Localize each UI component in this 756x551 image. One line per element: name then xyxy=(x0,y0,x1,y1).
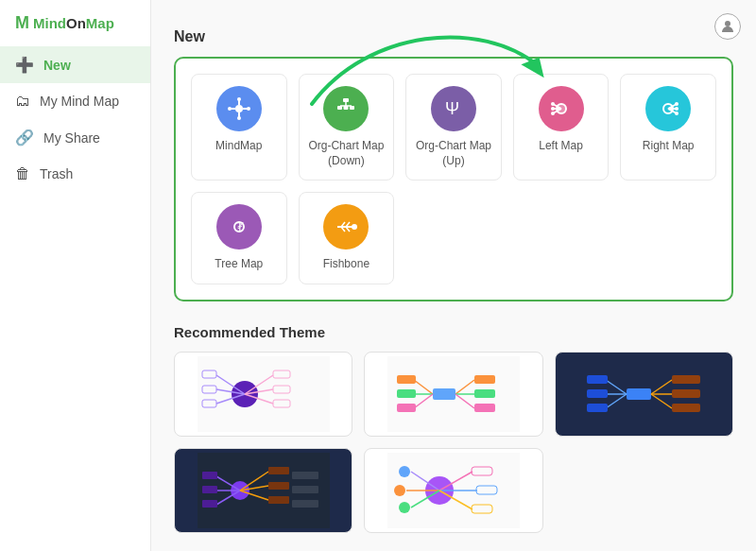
svg-rect-96 xyxy=(268,496,289,504)
sidebar-item-my-mind-map[interactable]: 🗂 My Mind Map xyxy=(0,83,150,119)
theme-item-3[interactable] xyxy=(555,352,733,437)
logo-icon: M xyxy=(15,13,29,33)
svg-rect-62 xyxy=(397,404,416,412)
theme-item-4[interactable] xyxy=(174,448,352,533)
theme-preview-3 xyxy=(577,356,710,432)
svg-rect-90 xyxy=(202,500,217,508)
new-grid-box: MindMap Org-Chart Map (Down) xyxy=(174,57,733,301)
sidebar-item-my-share-label: My Share xyxy=(43,130,100,146)
svg-rect-82 xyxy=(672,404,700,412)
theme-preview-2 xyxy=(387,356,520,432)
svg-rect-99 xyxy=(292,500,318,508)
svg-rect-60 xyxy=(397,389,416,398)
svg-point-32 xyxy=(675,112,679,115)
svg-rect-76 xyxy=(587,404,608,412)
org-down-label: Org-Chart Map (Down) xyxy=(307,139,387,168)
org-up-icon: Ψ xyxy=(431,86,476,131)
tree-map-label: Tree Map xyxy=(215,257,263,272)
svg-rect-64 xyxy=(474,375,495,384)
svg-point-105 xyxy=(399,466,410,477)
user-avatar[interactable] xyxy=(714,13,741,40)
rec-theme-grid xyxy=(174,352,733,533)
svg-point-23 xyxy=(551,102,555,106)
svg-point-2 xyxy=(235,105,243,112)
svg-rect-86 xyxy=(202,472,217,479)
plus-icon: ➕ xyxy=(15,56,34,74)
svg-point-0 xyxy=(725,21,730,26)
svg-rect-66 xyxy=(474,389,495,398)
svg-point-8 xyxy=(237,116,241,120)
fishbone-icon xyxy=(323,204,369,250)
svg-rect-58 xyxy=(397,375,416,384)
map-item-fishbone[interactable]: Fishbone xyxy=(299,192,395,284)
org-down-icon xyxy=(323,86,369,131)
svg-rect-72 xyxy=(587,375,608,384)
svg-rect-92 xyxy=(268,467,289,474)
svg-rect-56 xyxy=(433,388,455,400)
svg-rect-78 xyxy=(672,375,700,384)
map-item-right-map[interactable]: Right Map xyxy=(620,74,716,181)
svg-point-9 xyxy=(228,107,232,111)
svg-rect-70 xyxy=(627,388,651,400)
logo: M MindOnMap xyxy=(0,0,150,43)
svg-point-40 xyxy=(352,224,357,230)
map-grid-row2: ₮ Tree Map xyxy=(191,192,716,284)
theme-item-5[interactable] xyxy=(364,448,542,533)
svg-rect-11 xyxy=(343,98,349,102)
right-map-label: Right Map xyxy=(643,139,695,154)
new-section: New xyxy=(174,28,733,533)
svg-text:₮: ₮ xyxy=(236,220,244,233)
svg-rect-14 xyxy=(337,106,342,110)
rec-section-title: Recommended Theme xyxy=(174,324,733,340)
trash-icon: 🗑 xyxy=(15,165,30,182)
svg-rect-15 xyxy=(344,106,349,110)
mindmap-label: MindMap xyxy=(215,139,262,154)
folder-icon: 🗂 xyxy=(15,93,30,110)
svg-point-25 xyxy=(551,112,555,115)
map-item-tree-map[interactable]: ₮ Tree Map xyxy=(191,192,287,284)
theme-item-2[interactable] xyxy=(364,352,542,437)
map-item-org-down[interactable]: Org-Chart Map (Down) xyxy=(299,74,395,181)
map-item-org-up[interactable]: Ψ Org-Chart Map (Up) xyxy=(405,74,502,181)
svg-rect-80 xyxy=(672,389,700,398)
svg-rect-88 xyxy=(202,486,217,493)
left-map-icon xyxy=(539,86,584,131)
sidebar-item-new-label: New xyxy=(43,58,71,73)
left-map-label: Left Map xyxy=(539,139,583,154)
map-grid-row1: MindMap Org-Chart Map (Down) xyxy=(191,74,716,181)
svg-point-30 xyxy=(675,102,679,106)
sidebar-nav: ➕ New 🗂 My Mind Map 🔗 My Share 🗑 Trash xyxy=(0,46,150,192)
recommended-section: Recommended Theme xyxy=(174,324,733,533)
svg-point-7 xyxy=(237,97,241,101)
mindmap-icon xyxy=(216,86,262,131)
svg-text:Ψ: Ψ xyxy=(445,99,459,118)
sidebar-item-new[interactable]: ➕ New xyxy=(0,46,150,83)
sidebar-item-my-share[interactable]: 🔗 My Share xyxy=(0,119,150,156)
tree-map-icon: ₮ xyxy=(216,204,262,250)
map-item-left-map[interactable]: Left Map xyxy=(513,74,610,181)
theme-preview-5 xyxy=(387,453,520,528)
map-item-mindmap[interactable]: MindMap xyxy=(191,74,287,181)
sidebar-item-my-mind-map-label: My Mind Map xyxy=(40,94,119,109)
fishbone-label: Fishbone xyxy=(323,257,369,272)
logo-text: MindOnMap xyxy=(33,15,114,32)
svg-point-31 xyxy=(675,107,679,111)
sidebar-item-trash[interactable]: 🗑 Trash xyxy=(0,156,150,192)
svg-rect-41 xyxy=(198,356,330,432)
theme-preview-1 xyxy=(198,356,330,432)
org-up-label: Org-Chart Map (Up) xyxy=(414,139,493,168)
theme-item-1[interactable] xyxy=(174,352,352,437)
sidebar-item-trash-label: Trash xyxy=(40,166,73,181)
svg-point-10 xyxy=(247,107,250,111)
share-icon: 🔗 xyxy=(15,129,34,146)
svg-rect-97 xyxy=(292,472,318,479)
sidebar: M MindOnMap ➕ New 🗂 My Mind Map 🔗 My Sha… xyxy=(0,0,151,551)
svg-rect-98 xyxy=(292,486,318,493)
svg-rect-16 xyxy=(350,106,354,110)
svg-point-107 xyxy=(399,502,410,513)
svg-rect-68 xyxy=(474,404,495,412)
new-section-title: New xyxy=(174,28,733,45)
svg-rect-74 xyxy=(587,389,608,398)
svg-point-24 xyxy=(551,107,555,111)
theme-preview-4 xyxy=(198,453,330,528)
